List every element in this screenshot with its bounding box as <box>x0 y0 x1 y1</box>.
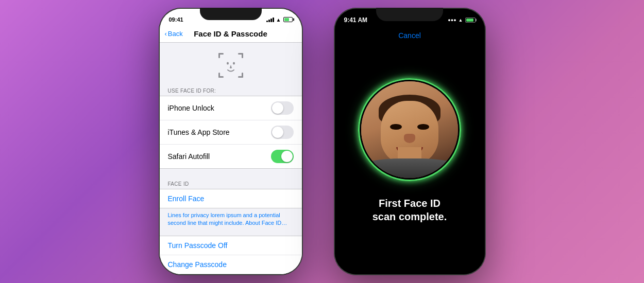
right-signal-icon: ●●● <box>448 17 456 23</box>
back-label[interactable]: Back <box>168 30 183 38</box>
signal-bar-3 <box>270 19 272 22</box>
iphone-unlock-item: iPhone Unlock <box>160 96 302 120</box>
back-button[interactable]: ‹ Back <box>165 30 183 38</box>
svg-rect-5 <box>218 73 220 78</box>
face-id-icon-section <box>160 43 302 85</box>
right-phone-screen: 9:41 AM ●●● ▲ Cancel <box>335 9 485 274</box>
itunes-app-store-toggle[interactable] <box>271 126 294 139</box>
scan-complete-text: First Face ID scan complete. <box>372 197 447 223</box>
face-id-section-header: FACE ID <box>160 178 302 189</box>
scan-complete-title-line2: scan complete. <box>372 210 447 223</box>
right-status-time: 9:41 AM <box>344 16 368 24</box>
safari-autofill-toggle[interactable] <box>271 150 294 163</box>
face-right-eye <box>417 124 429 130</box>
cancel-button[interactable]: Cancel <box>335 28 485 43</box>
privacy-text: Lines for privacy lorem ipsum and a pote… <box>160 208 302 233</box>
face-id-icon <box>217 52 244 79</box>
face-left-eye <box>390 124 402 130</box>
face-circle-container <box>358 78 461 181</box>
right-battery-fill <box>466 19 473 22</box>
safari-toggle-knob <box>281 151 293 162</box>
left-nav-bar: ‹ Back Face ID & Passcode <box>160 27 302 43</box>
svg-point-8 <box>227 62 229 65</box>
change-passcode-link[interactable]: Change Passcode <box>160 255 302 274</box>
left-status-icons: ▲ <box>266 17 293 23</box>
battery-fill <box>284 18 290 21</box>
phones-container: 09:41 ▲ ‹ Ba <box>159 8 486 275</box>
turn-passcode-off-link[interactable]: Turn Passcode Off <box>160 236 302 255</box>
signal-bar-2 <box>268 20 270 22</box>
right-battery-icon <box>465 17 476 23</box>
section-gap-1 <box>160 169 302 178</box>
right-phone: 9:41 AM ●●● ▲ Cancel <box>334 8 486 275</box>
left-phone-content: USE FACE ID FOR: iPhone Unlock iTunes & … <box>160 43 302 274</box>
wifi-icon: ▲ <box>276 17 281 23</box>
iphone-unlock-label: iPhone Unlock <box>168 104 214 112</box>
safari-autofill-label: Safari Autofill <box>168 152 210 161</box>
left-status-time: 09:41 <box>169 16 183 23</box>
back-chevron-icon: ‹ <box>165 30 167 38</box>
iphone-unlock-toggle[interactable] <box>271 101 294 115</box>
itunes-app-store-item: iTunes & App Store <box>160 120 302 145</box>
scan-complete-title-line1: First Face ID <box>372 197 447 210</box>
face-photo <box>361 81 458 178</box>
right-status-icons: ●●● ▲ <box>448 17 475 23</box>
left-phone-notch <box>200 8 262 20</box>
svg-rect-7 <box>242 73 243 78</box>
itunes-toggle-knob <box>272 127 283 138</box>
face-shoulder <box>361 158 458 178</box>
safari-autofill-item: Safari Autofill <box>160 145 302 168</box>
nav-title: Face ID & Passcode <box>194 29 267 38</box>
enroll-face-section: Enroll Face <box>160 189 302 208</box>
svg-point-9 <box>233 62 235 65</box>
signal-bar-4 <box>273 17 274 22</box>
left-phone: 09:41 ▲ ‹ Ba <box>159 8 303 275</box>
enroll-face-link[interactable]: Enroll Face <box>160 189 302 208</box>
itunes-app-store-label: iTunes & App Store <box>168 128 230 136</box>
about-face-id-link[interactable]: About Face ID… <box>245 220 287 226</box>
use-face-id-header: USE FACE ID FOR: <box>160 85 302 96</box>
svg-rect-3 <box>242 53 243 58</box>
battery-icon <box>283 17 293 22</box>
face-silhouette <box>361 81 458 178</box>
left-phone-screen: 09:41 ▲ ‹ Ba <box>160 9 302 274</box>
face-scan-area: First Face ID scan complete. <box>335 43 485 274</box>
signal-icon <box>266 17 274 22</box>
signal-bar-1 <box>266 21 268 22</box>
iphone-unlock-toggle-knob <box>272 102 283 114</box>
face-id-toggles-group: iPhone Unlock iTunes & App Store Safari … <box>160 96 302 169</box>
right-wifi-icon: ▲ <box>459 17 463 23</box>
right-phone-notch <box>376 8 443 21</box>
svg-rect-1 <box>218 53 220 58</box>
passcode-section: Turn Passcode Off Change Passcode <box>160 236 302 274</box>
